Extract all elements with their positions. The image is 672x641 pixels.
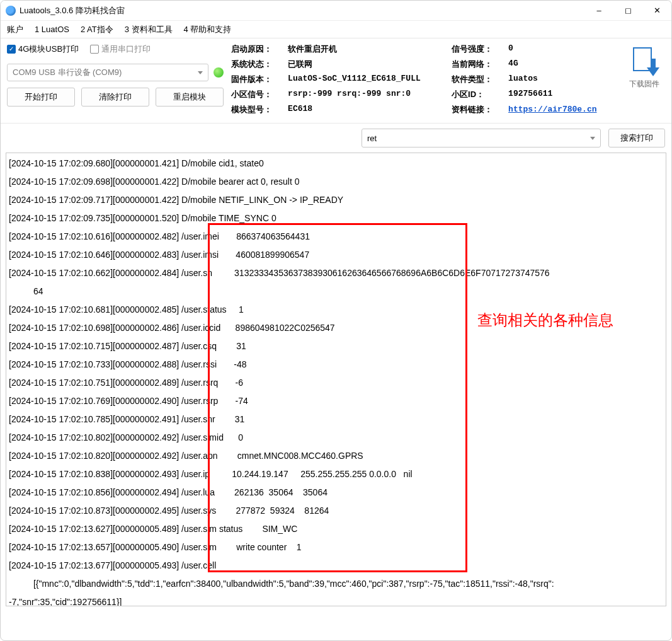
left-controls: ✓ 4G模块USB打印 通用串口打印 COM9 USB 串行设备 (COM9) … — [7, 43, 224, 107]
titlebar: Luatools_3.0.6 降功耗找合宙 – ◻ ✕ — [1, 1, 671, 21]
reboot-module-button[interactable]: 重启模块 — [156, 88, 224, 107]
log-line: [2024-10-15 17:02:09.717][000000001.422]… — [9, 191, 663, 209]
log-line: [2024-10-15 17:02:13.627][000000005.489]… — [9, 520, 663, 538]
log-line: [2024-10-15 17:02:10.820][000000002.492]… — [9, 447, 663, 465]
signal-strength-value: 0 — [508, 43, 615, 55]
search-input[interactable]: ret — [362, 129, 601, 147]
download-label: 下载固件 — [629, 79, 659, 90]
log-line: [2024-10-15 17:02:10.662][000000002.484]… — [9, 264, 663, 282]
boot-reason-label: 启动原因： — [231, 43, 282, 55]
log-line: [{"mnc":0,"dlbandwidth":5,"tdd":1,"earfc… — [9, 575, 663, 593]
log-line: [2024-10-15 17:02:10.646][000000002.483]… — [9, 246, 663, 264]
menu-luatos[interactable]: 1 LuatOS — [35, 25, 69, 34]
search-row: ret 搜索打印 — [1, 124, 671, 153]
minimize-button[interactable]: – — [584, 1, 613, 21]
log-line: [2024-10-15 17:02:10.838][000000002.493]… — [9, 465, 663, 483]
menu-at[interactable]: 2 AT指令 — [81, 24, 113, 35]
log-line: -7,"snr":35,"cid":192756611}] — [9, 593, 663, 606]
search-value: ret — [367, 134, 377, 143]
search-button[interactable]: 搜索打印 — [608, 129, 665, 147]
current-net-label: 当前网络： — [452, 59, 502, 70]
com-port-value: COM9 USB 串行设备 (COM9) — [13, 67, 122, 78]
fw-version-value: LuatOS-SoC_V1112_EC618_FULL — [288, 74, 445, 85]
log-line: [2024-10-15 17:02:10.751][000000002.489]… — [9, 374, 663, 392]
menubar: 账户 1 LuatOS 2 AT指令 3 资料和工具 4 帮助和支持 — [1, 21, 671, 38]
checkbox-usb-label: 4G模块USB打印 — [18, 43, 79, 55]
window-title: Luatools_3.0.6 降功耗找合宙 — [20, 5, 125, 16]
close-button[interactable]: ✕ — [642, 1, 671, 21]
fw-version-label: 固件版本： — [231, 74, 282, 85]
log-line: [2024-10-15 17:02:10.873][000000002.495]… — [9, 502, 663, 520]
log-line: [2024-10-15 17:02:10.681][000000002.485]… — [9, 301, 663, 319]
log-line: [2024-10-15 17:02:10.616][000000002.482]… — [9, 228, 663, 246]
log-line: [2024-10-15 17:02:10.856][000000002.494]… — [9, 483, 663, 502]
log-line: [2024-10-15 17:02:13.657][000000005.490]… — [9, 538, 663, 557]
menu-help[interactable]: 4 帮助和支持 — [184, 24, 232, 35]
check-icon: ✓ — [7, 45, 16, 54]
log-area[interactable]: [2024-10-15 17:02:09.680][000000001.421]… — [6, 153, 666, 606]
download-firmware[interactable]: 下载固件 — [623, 43, 665, 90]
check-icon-empty — [90, 45, 99, 54]
sw-type-label: 软件类型： — [452, 74, 502, 85]
module-model-value: EC618 — [288, 104, 445, 115]
cell-id-value: 192756611 — [508, 89, 615, 100]
doc-link-label: 资料链接： — [452, 104, 502, 115]
log-line: [2024-10-15 17:02:09.698][000000001.422]… — [9, 173, 663, 191]
log-line: [2024-10-15 17:02:10.802][000000002.492]… — [9, 429, 663, 447]
start-print-button[interactable]: 开始打印 — [7, 88, 75, 107]
download-icon — [629, 46, 659, 76]
menu-account[interactable]: 账户 — [7, 24, 23, 35]
info-grid: 启动原因： 软件重启开机 信号强度： 0 系统状态： 已联网 当前网络： 4G … — [231, 43, 615, 115]
log-line: [2024-10-15 17:02:10.785][000000002.491]… — [9, 410, 663, 429]
signal-strength-label: 信号强度： — [452, 43, 502, 55]
com-port-select[interactable]: COM9 USB 串行设备 (COM9) — [7, 64, 208, 81]
checkbox-usb-print[interactable]: ✓ 4G模块USB打印 — [7, 43, 79, 55]
log-line: 64 — [9, 282, 663, 301]
app-icon — [6, 6, 16, 16]
doc-link[interactable]: https://air780e.cn — [508, 105, 596, 114]
current-net-value: 4G — [508, 59, 615, 70]
checkbox-serial-print[interactable]: 通用串口打印 — [90, 43, 151, 55]
cell-signal-label: 小区信号： — [231, 89, 282, 100]
log-line: [2024-10-15 17:02:10.733][000000002.488]… — [9, 355, 663, 374]
boot-reason-value: 软件重启开机 — [288, 43, 445, 55]
sys-status-value: 已联网 — [288, 59, 445, 70]
sys-status-label: 系统状态： — [231, 59, 282, 70]
log-line: [2024-10-15 17:02:09.735][000000001.520]… — [9, 209, 663, 228]
log-line: [2024-10-15 17:02:13.677][000000005.493]… — [9, 557, 663, 575]
status-led-icon — [214, 67, 224, 78]
log-line: [2024-10-15 17:02:09.680][000000001.421]… — [9, 154, 663, 173]
module-model-label: 模块型号： — [231, 104, 282, 115]
checkbox-serial-label: 通用串口打印 — [101, 43, 151, 55]
clear-print-button[interactable]: 清除打印 — [81, 88, 149, 107]
menu-tools[interactable]: 3 资料和工具 — [125, 24, 173, 35]
cell-signal-value: rsrp:-999 rsrq:-999 snr:0 — [288, 89, 445, 100]
log-line: [2024-10-15 17:02:10.769][000000002.490]… — [9, 392, 663, 410]
sw-type-value: luatos — [508, 74, 615, 85]
top-panel: ✓ 4G模块USB打印 通用串口打印 COM9 USB 串行设备 (COM9) … — [1, 38, 671, 124]
maximize-button[interactable]: ◻ — [613, 1, 642, 21]
log-line: [2024-10-15 17:02:10.698][000000002.486]… — [9, 319, 663, 337]
log-line: [2024-10-15 17:02:10.715][000000002.487]… — [9, 337, 663, 355]
cell-id-label: 小区ID： — [452, 89, 502, 100]
